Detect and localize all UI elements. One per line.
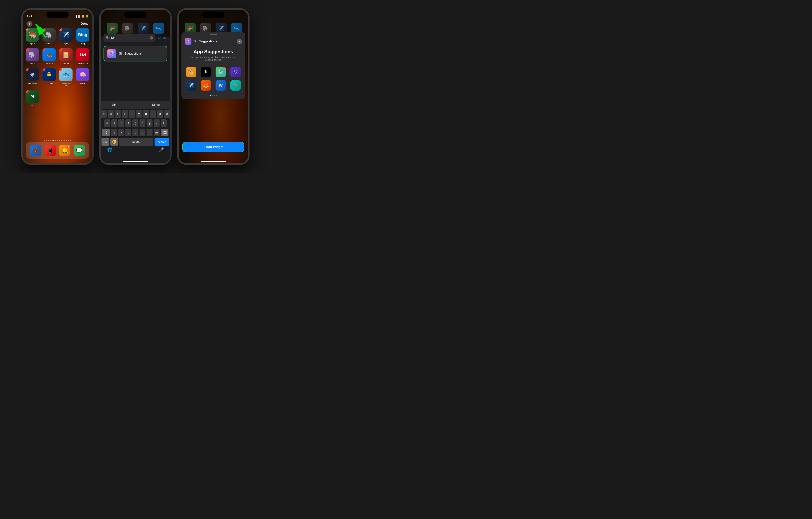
phone3-widget-screen: 🏟️ 🐘 ✈️ Bing 🎙️ Siri Suggestions ✕ App S… [177,8,250,165]
key-d[interactable]: d [118,119,124,127]
suggestion-icon-maps: 🗺️ 2 [215,67,226,77]
widget-close-button[interactable]: ✕ [237,39,242,44]
key-h[interactable]: h [140,119,145,127]
app-ivory[interactable]: − 🐘 Ivory [26,48,39,64]
key-z[interactable]: z [111,129,117,136]
minus-badge-runna: − [42,28,46,31]
key-emoji[interactable]: 😊 [110,138,118,146]
add-widget-button[interactable]: + Add Widget [182,142,244,152]
battery-icon: 🔋 [86,15,88,18]
key-backspace[interactable]: ⌫ [161,129,169,136]
key-n[interactable]: n [147,129,152,136]
app-bing[interactable]: Bing Bing [76,28,90,45]
suggestion-flighty2[interactable]: ✈️ [185,80,197,90]
dot-7 [57,140,58,141]
key-u[interactable]: u [143,110,149,118]
widget-dot-2 [212,95,213,96]
dot-1 [44,140,45,141]
dot-4 [50,140,51,141]
widget-header-left: 🎙️ Siri Suggestions [185,38,217,45]
app-bluesky[interactable]: − 🦋 Bluesky [42,48,56,64]
app-createplay[interactable]: − 🐟 Create and Play [59,68,73,87]
search-cancel-button[interactable]: Cancel [157,36,167,40]
key-c[interactable]: c [125,129,132,136]
app-bh[interactable]: B&H B&H Photo [76,48,90,64]
keyboard-row-2: a s d f g h j k l [102,119,169,127]
key-p[interactable]: p [164,110,170,118]
key-shift[interactable]: ⇧ [103,129,110,136]
suggestion-siri-quoted[interactable]: "Siri" [108,102,121,108]
app-pi[interactable]: − Pi Pi [26,90,39,107]
suggestion-word[interactable]: W [215,80,227,90]
suggestion-firefox[interactable]: 🦊 [200,80,212,90]
app-icon-perplexity: − ✳ [26,68,39,81]
app-label-gemini: Gemini [79,82,86,84]
key-m[interactable]: m [154,129,160,136]
key-j[interactable]: j [147,119,152,127]
app-journal[interactable]: − 📔 Journal [59,48,73,64]
key-search[interactable]: search [154,138,169,146]
key-k[interactable]: k [154,119,160,127]
dock-app-1[interactable]: 💼 [30,145,41,156]
key-q[interactable]: q [101,110,107,118]
widget-title-label: Siri Suggestions [194,40,217,43]
app-runna[interactable]: − 🐘 Runna [42,28,56,45]
siri-result-item[interactable]: 🎙️ Siri Suggestions [104,46,167,61]
dot-10 [64,140,65,141]
dock-app-3[interactable]: 🔔 2 [59,145,70,156]
key-i[interactable]: i [150,110,156,118]
suggestion-x[interactable]: 𝕏 [200,67,212,77]
key-r[interactable]: r [122,110,128,118]
minus-badge-perplexity: − [26,68,29,71]
suggestion-vpn[interactable]: ▽ [230,67,241,77]
plus-button[interactable]: + [27,21,32,27]
key-x[interactable]: x [118,129,124,136]
suggestion-icon-deliveroo: 🦘 [230,80,241,90]
app-label-flighty: Flighty [63,43,69,45]
app-gemini[interactable]: 🧠 Gemini [76,68,90,87]
app-label-ivory: Ivory [30,62,34,64]
globe-icon[interactable]: 🌐 [106,146,113,153]
key-v[interactable]: v [133,129,138,136]
key-g[interactable]: g [133,119,138,127]
wifi-icon: 📶 [82,15,84,18]
app-idcheck[interactable]: − 🏛 ID Check [42,68,56,87]
key-y[interactable]: y [136,110,142,118]
key-space[interactable]: space [119,138,153,146]
done-button[interactable]: Done [81,22,89,26]
search-input-box[interactable]: 🔍 Siri ✕ [104,34,155,42]
dock-app-4[interactable]: 💬 [74,145,85,156]
siri-icon: 🎙️ [107,49,116,58]
dot-8 [59,140,60,141]
suggestion-siring[interactable]: Siring [148,102,164,108]
key-o[interactable]: o [157,110,163,118]
dot-2 [46,140,47,141]
suggestion-deliveroo[interactable]: 🦘 [230,80,241,90]
key-t[interactable]: t [129,110,135,118]
app-sport[interactable]: − 🏟️ Sport [26,28,39,45]
key-l[interactable]: l [161,119,167,127]
widget-app-suggestions-heading: App Suggestions [181,47,245,56]
app-icon-bluesky: − 🦋 [42,48,56,61]
app-perplexity[interactable]: − ✳ Perplexity [26,68,39,87]
suggestion-doge[interactable]: 🐕 [185,67,197,77]
microphone-icon[interactable]: 🎤 [158,146,165,153]
suggestion-maps[interactable]: 🗺️ 2 [215,67,227,77]
widget-description: Get app launch suggestions based on your… [181,56,245,65]
key-s[interactable]: s [111,119,117,127]
key-a[interactable]: a [104,119,110,127]
suggestion-divider [135,102,135,107]
key-numbers[interactable]: 123 [102,138,109,146]
search-clear-button[interactable]: ✕ [150,36,153,39]
dock-app-2[interactable]: 📱 [45,145,56,156]
key-f[interactable]: f [125,119,132,127]
minus-badge-flighty: − [59,28,62,31]
app-icon-bing: Bing [76,28,89,42]
key-e[interactable]: e [115,110,121,118]
home-indicator-3 [201,161,226,162]
app-flighty[interactable]: − ✈️ Flighty [59,28,73,45]
key-b[interactable]: b [140,129,145,136]
key-w[interactable]: w [108,110,114,118]
app-label-journal: Journal [62,62,69,64]
plus-label: + [28,22,31,26]
